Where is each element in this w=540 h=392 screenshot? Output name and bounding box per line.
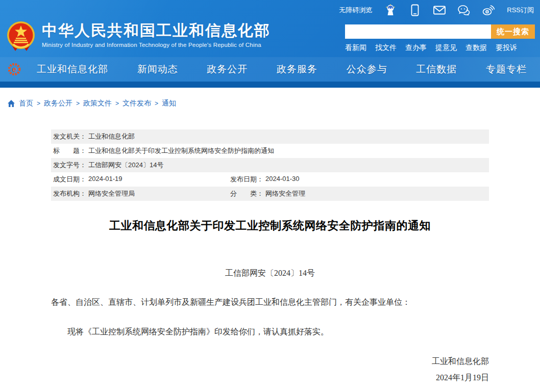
meta-label: 发文字号：: [53, 161, 86, 170]
weibo-icon[interactable]: [482, 4, 495, 16]
breadcrumb-notice[interactable]: 通知: [162, 99, 176, 108]
search-input[interactable]: [345, 24, 491, 39]
nav-item-data[interactable]: 工信数据: [416, 63, 457, 76]
breadcrumb-home[interactable]: 首页: [19, 99, 33, 108]
topbar: 无障碍浏览: [0, 0, 540, 20]
mail-icon[interactable]: [433, 4, 446, 16]
masthead: 中华人民共和国工业和信息化部 Ministry of Industry and …: [0, 20, 540, 57]
article-paragraph-salutation: 各省、自治区、直辖市、计划单列市及新疆生产建设兵团工业和信息化主管部门，有关企事…: [51, 296, 489, 308]
meta-value: 网络安全管理: [265, 189, 305, 198]
meta-label: 标 题：: [53, 146, 86, 155]
nav-item-special-topics[interactable]: 专题专栏: [486, 63, 527, 76]
article-doc-number: 工信部网安〔2024〕14号: [51, 268, 489, 279]
meta-row-publisher-category: 发布机构： 网络安全管理局 分 类： 网络安全管理: [51, 187, 489, 201]
main-nav: e 工业和信息化部 新闻动态 政务公开 政务服务 公众参与 工信数据 专题专栏: [0, 57, 540, 82]
meta-row-doc-number: 发文字号： 工信部网安〔2024〕14号: [51, 158, 489, 172]
meta-label: 成文日期：: [53, 175, 86, 184]
meta-label: 发布日期：: [230, 175, 263, 184]
site-subtitle: Ministry of Industry and Information Tec…: [42, 42, 271, 48]
article-signature: 工业和信息化部: [51, 356, 489, 367]
brand[interactable]: 中华人民共和国工业和信息化部 Ministry of Industry and …: [0, 20, 271, 57]
meta-label: 发布机构：: [53, 189, 86, 198]
breadcrumb-separator: >: [37, 100, 40, 107]
nav-item-miit[interactable]: 工业和信息化部: [37, 63, 108, 76]
quick-link-complaint[interactable]: 要投诉: [496, 43, 517, 53]
meta-value: 工业和信息化部关于印发工业控制系统网络安全防护指南的通知: [88, 146, 274, 155]
meta-label: 分 类：: [230, 189, 263, 198]
document-area: 发文机关： 工业和信息化部 标 题： 工业和信息化部关于印发工业控制系统网络安全…: [51, 129, 489, 383]
svg-text:e: e: [12, 65, 16, 73]
header-bottom-strip: [0, 82, 540, 88]
home-icon[interactable]: [7, 99, 15, 108]
breadcrumb-gov-disclosure[interactable]: 政务公开: [44, 99, 72, 108]
meta-row-issuing-authority: 发文机关： 工业和信息化部: [51, 129, 489, 144]
mobile-icon[interactable]: [409, 4, 421, 16]
site-title: 中华人民共和国工业和信息化部: [42, 20, 271, 41]
document-meta-table: 发文机关： 工业和信息化部 标 题： 工业和信息化部关于印发工业控制系统网络安全…: [51, 129, 489, 201]
breadcrumb-separator: >: [115, 100, 119, 107]
quick-links: 看新闻 找文件 查办事 提意见 查数据 要投诉: [345, 43, 535, 53]
nav-item-news[interactable]: 新闻动态: [137, 63, 178, 76]
mascot-icon[interactable]: [384, 4, 397, 16]
article-title: 工业和信息化部关于印发工业控制系统网络安全防护指南的通知: [51, 218, 489, 233]
meta-row-dates: 成文日期： 2024-01-19 发布日期： 2024-01-30: [51, 172, 489, 187]
meta-value: 工信部网安〔2024〕14号: [88, 161, 163, 170]
quick-link-documents[interactable]: 找文件: [375, 43, 397, 53]
meta-label: 发文机关：: [53, 132, 86, 141]
accessibility-link[interactable]: 无障碍浏览: [339, 6, 372, 15]
nav-item-gov-services[interactable]: 政务服务: [277, 63, 317, 76]
breadcrumb: 首页 > 政务公开 > 政策文件 > 文件发布 > 通知: [0, 99, 540, 108]
meta-value: 工业和信息化部: [88, 132, 135, 141]
breadcrumb-separator: >: [155, 100, 158, 107]
nav-item-gov-disclosure[interactable]: 政务公开: [207, 63, 248, 76]
meta-row-title: 标 题： 工业和信息化部关于印发工业控制系统网络安全防护指南的通知: [51, 144, 489, 158]
wechat-icon[interactable]: [458, 4, 470, 16]
quick-link-feedback[interactable]: 提意见: [435, 43, 457, 53]
article-signature-date: 2024年1月19日: [51, 373, 489, 383]
rss-link[interactable]: RSS订阅: [507, 6, 534, 15]
meta-value: 2024-01-30: [265, 175, 300, 184]
site-header: 无障碍浏览: [0, 0, 540, 88]
breadcrumb-separator: >: [76, 100, 80, 107]
national-emblem-icon: [6, 20, 36, 52]
nav-item-public-participation[interactable]: 公众参与: [347, 63, 387, 76]
breadcrumb-document-release[interactable]: 文件发布: [122, 99, 151, 108]
quick-link-services[interactable]: 查办事: [405, 43, 427, 53]
search-button[interactable]: 统一搜索: [491, 24, 535, 39]
article-paragraph-body: 现将《工业控制系统网络安全防护指南》印发给你们，请认真抓好落实。: [51, 326, 489, 338]
meta-value: 2024-01-19: [88, 175, 122, 184]
meta-value: 网络安全管理局: [88, 189, 135, 198]
quick-link-data[interactable]: 查数据: [465, 43, 487, 53]
search-area: 统一搜索 看新闻 找文件 查办事 提意见 查数据 要投诉: [345, 24, 540, 57]
breadcrumb-policy-documents[interactable]: 政策文件: [83, 99, 112, 108]
miit-logo-icon: e: [7, 62, 21, 76]
quick-link-news[interactable]: 看新闻: [345, 43, 366, 53]
